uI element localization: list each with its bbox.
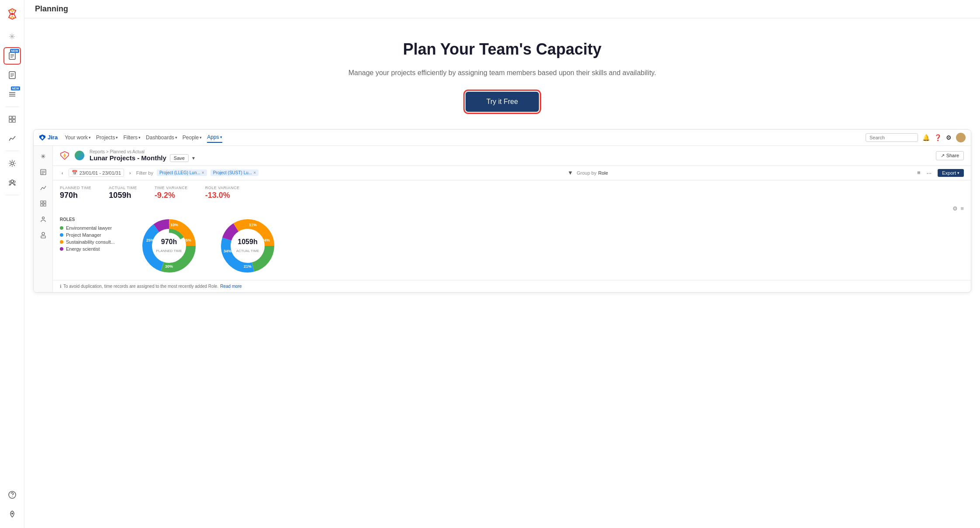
report-dropdown-icon[interactable]: ▾: [192, 155, 195, 161]
export-button[interactable]: Export ▾: [938, 169, 964, 177]
stat-role-variance: ROLE VARIANCE -13.0%: [205, 186, 240, 200]
jira-nav-dashboards[interactable]: Dashboards ▾: [146, 133, 177, 142]
sidebar-divider-1: [5, 107, 19, 107]
hero-section: Plan Your Team's Capacity Manage your pr…: [306, 18, 699, 125]
report-title: Lunar Projects - Monthly: [90, 154, 166, 162]
group-by-value: Role: [598, 170, 608, 176]
report-header: Reports > Planned vs Actual Lunar Projec…: [53, 146, 971, 166]
jira-sidebar-reports[interactable]: [36, 165, 50, 179]
jira-nav-filters[interactable]: Filters ▾: [123, 133, 141, 142]
planned-donut-center: 970h PLANNED TIME: [156, 238, 182, 254]
filter-funnel-icon[interactable]: ▼: [568, 169, 573, 176]
svg-line-31: [42, 187, 44, 189]
svg-text:34%: 34%: [262, 238, 270, 242]
jira-sidebar-grid2[interactable]: [36, 197, 50, 211]
footer-note-text: To avoid duplication, time records are a…: [63, 284, 218, 289]
jira-nav-items: Your work ▾ Projects ▾ Filters ▾ Dashboa…: [65, 132, 222, 143]
jira-nav-people[interactable]: People ▾: [183, 133, 202, 142]
svg-rect-12: [9, 116, 12, 119]
sidebar-item-help[interactable]: [3, 486, 21, 504]
date-range-picker[interactable]: 📅 23/01/01 - 23/01/31: [69, 169, 124, 177]
svg-point-25: [11, 513, 13, 514]
jira-nav-your-work[interactable]: Your work ▾: [65, 133, 91, 142]
user-avatar-nav[interactable]: [956, 133, 966, 142]
help-nav-icon[interactable]: ❓: [934, 134, 942, 141]
sidebar-item-team[interactable]: [3, 174, 21, 191]
timesheets-icon: [8, 90, 17, 99]
read-more-link[interactable]: Read more: [220, 284, 242, 289]
actual-donut: 21% 34% 11% 34% 1059h ACTUAL TIME: [217, 215, 278, 276]
sidebar-item-tasks[interactable]: [3, 66, 21, 84]
legend-dot-4: [60, 247, 63, 251]
calendar-icon: 📅: [72, 170, 78, 176]
svg-rect-15: [13, 120, 15, 122]
filter-tag-2[interactable]: Project (SUST) Lu... ×: [210, 169, 259, 176]
report-user-avatar: [75, 151, 84, 160]
jira-sidebar-team2[interactable]: [36, 212, 50, 226]
chart-list-icon[interactable]: ≡: [960, 205, 964, 212]
filter-close-2[interactable]: ×: [253, 170, 256, 175]
jira-nav-projects[interactable]: Projects ▾: [96, 133, 118, 142]
filter-tag-1[interactable]: Project (LLEG) Lun... ×: [157, 169, 207, 176]
sidebar-item-timesheets[interactable]: NEW: [3, 86, 21, 103]
group-by-label: Group by: [576, 170, 596, 176]
prev-arrow[interactable]: ‹: [60, 169, 65, 176]
group-by-control: Group by Role: [576, 170, 608, 176]
hero-title: Plan Your Team's Capacity: [323, 40, 681, 59]
bell-icon[interactable]: 🔔: [922, 134, 930, 141]
grid-icon: [8, 115, 17, 124]
settings-icon: [8, 159, 17, 168]
stat-role-var-value: -13.0%: [205, 191, 240, 200]
svg-line-32: [44, 186, 46, 189]
list-view-icon[interactable]: ≡: [917, 169, 921, 176]
svg-line-18: [13, 136, 15, 139]
jira-nav-apps[interactable]: Apps ▾: [207, 132, 222, 143]
sidebar-item-chart[interactable]: [3, 130, 21, 147]
stat-actual-time: ACTUAL TIME 1059h: [109, 186, 137, 200]
legend-item-2: Project Manager: [60, 232, 130, 238]
report-share-button[interactable]: ↗ Share: [936, 151, 964, 160]
svg-text:10%: 10%: [170, 223, 178, 227]
sidebar-item-grid[interactable]: [3, 110, 21, 128]
svg-text:11%: 11%: [249, 223, 257, 227]
roles-title: ROLES: [60, 217, 130, 222]
gear-nav-icon[interactable]: ⚙: [946, 134, 952, 141]
jira-sidebar-sparkle[interactable]: ✳: [36, 149, 50, 163]
svg-point-38: [42, 232, 45, 235]
page-header: Planning: [24, 0, 980, 18]
try-free-button[interactable]: Try it Free: [466, 92, 539, 112]
charts-wrapper: 30% 35% 10% 25% 970h PLANNED TIME: [138, 215, 278, 276]
main-content: Planning Plan Your Team's Capacity Manag…: [24, 0, 980, 528]
tasks-icon: [8, 71, 17, 79]
actual-donut-label: ACTUAL TIME: [236, 249, 259, 253]
report-save-button[interactable]: Save: [170, 154, 189, 162]
report-title-area: Reports > Planned vs Actual Lunar Projec…: [90, 149, 931, 162]
jira-sidebar-person[interactable]: [36, 228, 50, 242]
actual-chart: 21% 34% 11% 34% 1059h ACTUAL TIME: [217, 215, 278, 276]
jira-search-input[interactable]: [866, 133, 918, 142]
jira-logo-text: Jira: [48, 134, 58, 141]
sidebar-item-launch[interactable]: [3, 505, 21, 523]
chart-icon: [8, 134, 17, 143]
roles-legend: ROLES Environmental lawyer Project Manag…: [60, 215, 130, 276]
sidebar-item-reports[interactable]: NEW: [3, 47, 21, 65]
logo-icon: [5, 7, 19, 21]
next-arrow[interactable]: ›: [128, 169, 133, 176]
sidebar-divider-3: [5, 195, 19, 195]
jira-navbar: Jira Your work ▾ Projects ▾ Filters ▾ Da…: [34, 130, 971, 146]
svg-point-0: [11, 13, 14, 15]
svg-point-20: [11, 180, 14, 183]
chart-settings-icon[interactable]: ⚙: [952, 205, 958, 212]
stat-role-var-label: ROLE VARIANCE: [205, 186, 240, 190]
more-options-icon[interactable]: ···: [924, 169, 935, 177]
preview-panel: Jira Your work ▾ Projects ▾ Filters ▾ Da…: [33, 129, 971, 293]
jira-main-panel: Reports > Planned vs Actual Lunar Projec…: [53, 146, 971, 292]
app-logo[interactable]: [3, 5, 21, 23]
sidebar-item-settings[interactable]: [3, 155, 21, 172]
planned-chart: 30% 35% 10% 25% 970h PLANNED TIME: [138, 215, 200, 276]
svg-rect-14: [9, 120, 12, 122]
filter-close-1[interactable]: ×: [202, 170, 204, 175]
sidebar-item-sparkle[interactable]: ✳: [3, 28, 21, 45]
share-icon: ↗: [941, 153, 945, 159]
jira-sidebar-trendline[interactable]: [36, 181, 50, 195]
